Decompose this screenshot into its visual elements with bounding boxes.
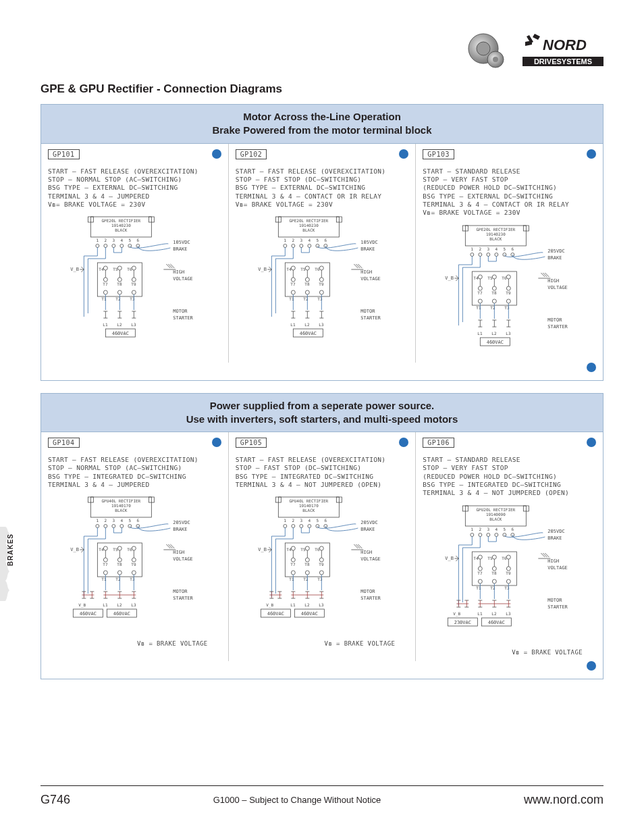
cell-id: GP106 (423, 438, 454, 448)
vb-footnote: Vʙ = BRAKE VOLTAGE (423, 649, 583, 656)
svg-point-175 (479, 299, 483, 303)
svg-text:BRAKE: BRAKE (548, 255, 562, 261)
spec-line: START — FAST RELEASE (OVEREXCITATION) (48, 456, 221, 464)
svg-text:105VDC: 105VDC (173, 240, 190, 245)
svg-text:V_B: V_B (258, 267, 267, 272)
svg-text:3: 3 (113, 238, 115, 242)
spec-line: STOP — NORMAL STOP (AC–SWITCHING) (48, 176, 221, 184)
svg-text:4: 4 (495, 527, 498, 531)
svg-text:460VAC: 460VAC (487, 340, 504, 345)
svg-text:L2: L2 (304, 602, 310, 607)
svg-rect-159 (473, 271, 517, 305)
svg-text:T4: T4 (474, 276, 479, 280)
svg-point-151 (471, 253, 474, 256)
side-tab: BRAKES (0, 527, 20, 601)
svg-text:BLACK: BLACK (302, 228, 315, 232)
svg-point-20 (104, 244, 107, 248)
section-title: GPE & GPU Rectifier - Connection Diagram… (41, 82, 603, 96)
svg-text:T5: T5 (113, 267, 118, 271)
side-tab-label: BRAKES (7, 533, 14, 566)
svg-text:19140090: 19140090 (486, 512, 506, 517)
svg-point-21 (112, 244, 115, 248)
svg-text:T8: T8 (492, 290, 498, 295)
svg-point-179 (507, 299, 511, 303)
panel1-heading-2: Brake Powered from the motor terminal bl… (49, 124, 595, 137)
svg-text:T8: T8 (117, 282, 122, 286)
svg-text:2: 2 (105, 518, 107, 523)
svg-point-307 (305, 546, 309, 550)
dot-icon (212, 438, 221, 447)
svg-text:V_B: V_B (258, 547, 267, 552)
panel-motor-across-line: Motor Across the-Line Operation Brake Po… (41, 104, 603, 381)
footer-url: www.nord.com (524, 793, 603, 807)
svg-text:STARTER: STARTER (548, 604, 568, 610)
wiring-diagram: GPE20L RECTIFIER19140230BLACK123456205VD… (423, 224, 596, 357)
svg-text:T6: T6 (502, 556, 508, 561)
spec-line: TERMINAL 3 & 4 – CONTACT OR IR RELAY (236, 192, 409, 201)
svg-text:HIGH: HIGH (360, 550, 372, 555)
svg-point-373 (487, 533, 490, 536)
svg-text:460VAC: 460VAC (488, 620, 505, 625)
svg-text:5: 5 (129, 518, 132, 523)
dot-icon (587, 149, 596, 159)
diagram-cell-gp104: GP104START — FAST RELEASE (OVEREXCITATIO… (41, 432, 229, 661)
svg-text:T3: T3 (505, 305, 510, 310)
svg-text:V_B: V_B (78, 602, 86, 608)
svg-point-113 (319, 290, 323, 294)
panel1-trailing-dot-wrap (41, 363, 603, 373)
svg-text:L2: L2 (117, 602, 122, 607)
cell-id: GP101 (48, 149, 80, 159)
svg-text:VOLTAGE: VOLTAGE (360, 276, 381, 282)
svg-text:T7: T7 (478, 571, 483, 575)
svg-text:2: 2 (479, 246, 482, 251)
svg-text:L1: L1 (103, 322, 108, 327)
svg-point-320 (305, 571, 309, 575)
svg-text:BLACK: BLACK (490, 236, 502, 241)
svg-text:HIGH: HIGH (173, 550, 184, 555)
svg-text:19140170: 19140170 (299, 503, 319, 508)
svg-text:STARTER: STARTER (548, 324, 568, 330)
svg-text:T6: T6 (127, 267, 132, 271)
svg-rect-225 (97, 543, 142, 577)
panel1-row: GP101START — FAST RELEASE (OVEREXCITATIO… (41, 144, 603, 363)
svg-point-372 (479, 533, 482, 536)
svg-text:T8: T8 (304, 282, 310, 286)
svg-point-380 (479, 555, 483, 559)
spec-lines: START — FAST RELEASE (OVEREXCITATION)STO… (48, 167, 221, 209)
svg-text:VOLTAGE: VOLTAGE (173, 276, 193, 282)
svg-text:STARTER: STARTER (173, 315, 193, 321)
svg-text:6: 6 (324, 518, 327, 523)
svg-text:T6: T6 (127, 547, 132, 552)
diagram-cell-gp101: GP101START — FAST RELEASE (OVEREXCITATIO… (41, 144, 229, 363)
svg-text:T3: T3 (505, 585, 510, 590)
svg-point-88 (308, 244, 311, 248)
spec-line: BSG TYPE — EXTERNAL DC–SWITCHING (236, 184, 409, 192)
svg-text:MOTOR: MOTOR (360, 309, 375, 314)
svg-text:6: 6 (137, 518, 140, 523)
svg-text:T7: T7 (103, 282, 108, 286)
svg-text:T9: T9 (319, 282, 324, 286)
svg-text:STARTER: STARTER (173, 596, 193, 601)
svg-text:HIGH: HIGH (548, 558, 560, 564)
svg-text:T3: T3 (130, 296, 135, 301)
svg-text:BLACK: BLACK (490, 517, 502, 521)
svg-point-303 (291, 546, 295, 550)
svg-text:L2: L2 (304, 322, 310, 327)
svg-text:460VAC: 460VAC (112, 331, 129, 336)
svg-point-234 (132, 546, 136, 550)
svg-text:V_B: V_B (70, 547, 79, 552)
svg-text:L3: L3 (131, 322, 136, 327)
svg-text:BRAKE: BRAKE (360, 246, 375, 252)
svg-text:460VAC: 460VAC (300, 611, 317, 617)
svg-text:GPE20L RECTIFIER: GPE20L RECTIFIER (477, 227, 516, 232)
svg-text:T1: T1 (477, 585, 482, 590)
svg-point-220 (120, 525, 124, 528)
svg-text:19140230: 19140230 (111, 223, 131, 228)
svg-text:3: 3 (113, 518, 115, 523)
svg-point-94 (291, 266, 295, 270)
svg-point-109 (291, 290, 295, 294)
spec-line: STOP — NORMAL STOP (AC–SWITCHING) (48, 464, 221, 472)
svg-rect-379 (473, 552, 517, 585)
svg-text:T7: T7 (103, 562, 108, 567)
svg-rect-302 (285, 543, 329, 577)
